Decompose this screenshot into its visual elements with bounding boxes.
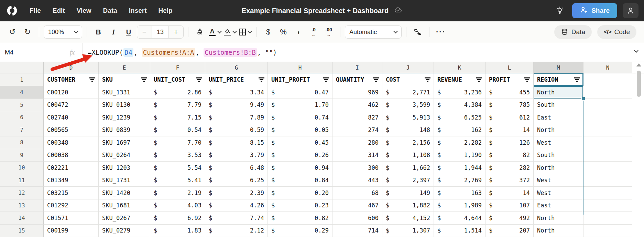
app-logo-icon[interactable]: [6, 4, 19, 17]
cell[interactable]: $2.12: [205, 225, 268, 237]
cell[interactable]: 274: [332, 124, 382, 137]
font-size-increase-button[interactable]: +: [169, 26, 183, 38]
row-number-8[interactable]: 8: [0, 136, 44, 149]
menu-item-help[interactable]: Help: [154, 4, 177, 17]
decrease-decimals-button[interactable]: .0 ←: [307, 25, 320, 39]
cell[interactable]: $612: [485, 111, 534, 124]
cell[interactable]: $163: [434, 187, 485, 199]
formula-expand-chevron-icon[interactable]: [634, 48, 638, 53]
header-cell-quantity[interactable]: QUANTITY: [332, 73, 382, 86]
cell[interactable]: $0.20: [268, 187, 332, 199]
filter-icon[interactable]: [373, 78, 379, 82]
cell[interactable]: $0.45: [268, 136, 332, 149]
cell[interactable]: $2.39: [205, 187, 268, 199]
cell[interactable]: $2,282: [434, 136, 485, 149]
data-panel-button[interactable]: Data: [554, 25, 592, 39]
cell[interactable]: $3.79: [205, 149, 268, 162]
borders-button[interactable]: [238, 25, 252, 39]
cell[interactable]: $14: [485, 187, 534, 199]
cell[interactable]: $1,989: [434, 199, 485, 212]
cell[interactable]: SKU_1681: [99, 199, 150, 212]
cell[interactable]: 68: [332, 187, 382, 199]
cell[interactable]: SKU_0130: [99, 99, 150, 112]
cell[interactable]: West: [534, 174, 583, 187]
cell[interactable]: SKU_0839: [99, 124, 150, 137]
cell[interactable]: North: [534, 212, 583, 225]
filter-icon[interactable]: [476, 78, 482, 82]
row-number-6[interactable]: 6: [0, 111, 44, 124]
column-header-F[interactable]: F: [150, 62, 205, 73]
cell[interactable]: $3,236: [434, 86, 485, 99]
row-number-14[interactable]: 14: [0, 212, 44, 225]
increase-decimals-button[interactable]: .00 →: [322, 25, 336, 39]
bold-button[interactable]: B: [91, 25, 105, 39]
cell[interactable]: C03215: [44, 187, 99, 199]
cell[interactable]: $0.74: [268, 111, 332, 124]
filter-icon[interactable]: [259, 78, 264, 82]
cell[interactable]: 827: [332, 111, 382, 124]
cell[interactable]: West: [534, 187, 583, 199]
cell[interactable]: $0.84: [268, 174, 332, 187]
filter-icon[interactable]: [574, 78, 580, 82]
cell-empty[interactable]: [583, 187, 632, 199]
cell[interactable]: $0.94: [268, 162, 332, 174]
row-number-15[interactable]: 15: [0, 225, 44, 237]
row-number-9[interactable]: 9: [0, 149, 44, 162]
document-title[interactable]: Example Financial Spreadsheet + Dashboar…: [242, 7, 389, 15]
header-cell-unit_cost[interactable]: UNIT_COST: [150, 73, 205, 86]
comma-format-button[interactable]: ,: [292, 25, 305, 39]
menu-item-view[interactable]: View: [72, 4, 96, 17]
cell[interactable]: $0.05: [268, 124, 332, 137]
cell-empty[interactable]: [583, 111, 632, 124]
header-cell-cost[interactable]: COST: [382, 73, 434, 86]
column-header-J[interactable]: J: [382, 62, 434, 73]
row-number-7[interactable]: 7: [0, 124, 44, 137]
cell[interactable]: SKU_1331: [99, 86, 150, 99]
cell-empty[interactable]: [583, 136, 632, 149]
cell[interactable]: 969: [332, 86, 382, 99]
cell[interactable]: C01292: [44, 199, 99, 212]
cell[interactable]: C02221: [44, 162, 99, 174]
cell[interactable]: $126: [485, 136, 534, 149]
number-format-dropdown[interactable]: Automatic: [345, 25, 402, 39]
cell[interactable]: East: [534, 199, 583, 212]
cell[interactable]: C00348: [44, 136, 99, 149]
scroll-up-arrow-icon[interactable]: [636, 63, 641, 66]
header-cell-customer[interactable]: CUSTOMER: [44, 73, 99, 86]
share-button[interactable]: Share: [572, 3, 617, 18]
currency-format-button[interactable]: $: [261, 25, 275, 39]
cell-empty[interactable]: [583, 199, 632, 212]
cell[interactable]: West: [534, 136, 583, 149]
column-header-H[interactable]: H: [268, 62, 332, 73]
cell[interactable]: $4.03: [150, 199, 205, 212]
account-avatar[interactable]: [623, 3, 638, 18]
cell[interactable]: 314: [332, 149, 382, 162]
cell[interactable]: SKU_1203: [99, 162, 150, 174]
cell[interactable]: $0.26: [268, 149, 332, 162]
cell-empty[interactable]: [583, 124, 632, 137]
cell[interactable]: $282: [485, 162, 534, 174]
cell-empty[interactable]: [583, 174, 632, 187]
cell[interactable]: $785: [485, 99, 534, 112]
cell[interactable]: SKU_0279: [99, 225, 150, 237]
cell-empty[interactable]: [583, 162, 632, 174]
cell[interactable]: C00038: [44, 149, 99, 162]
cell-empty[interactable]: [583, 99, 632, 112]
filter-icon[interactable]: [141, 78, 147, 82]
cell-empty[interactable]: [583, 212, 632, 225]
cell[interactable]: $1,514: [434, 225, 485, 237]
cell[interactable]: C00472: [44, 99, 99, 112]
cell[interactable]: 280: [332, 136, 382, 149]
cell[interactable]: C01349: [44, 174, 99, 187]
cell[interactable]: C00565: [44, 124, 99, 137]
row-number-13[interactable]: 13: [0, 199, 44, 212]
cell[interactable]: $1,108: [382, 149, 434, 162]
cell[interactable]: $5,913: [382, 111, 434, 124]
cell[interactable]: North: [534, 225, 583, 237]
vertical-scrollbar[interactable]: [636, 63, 642, 213]
row-number-5[interactable]: 5: [0, 99, 44, 112]
column-header-M[interactable]: M: [534, 62, 583, 73]
cell[interactable]: $2,769: [434, 174, 485, 187]
filter-icon[interactable]: [323, 78, 329, 82]
column-header-G[interactable]: G: [205, 62, 268, 73]
